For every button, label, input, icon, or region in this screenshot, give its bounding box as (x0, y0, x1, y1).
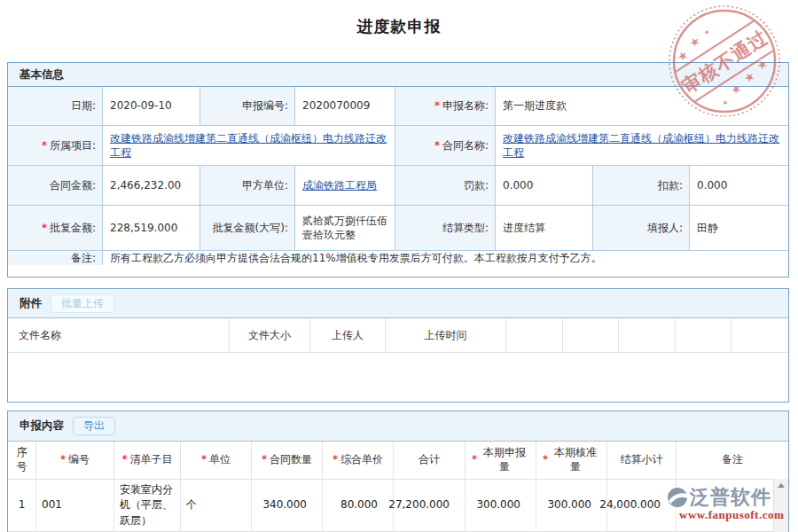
declaration-no-value: 2020070009 (295, 87, 395, 126)
attachment-col-empty (732, 318, 788, 353)
vendor-url-text: www.fanpusoft.com (667, 509, 784, 520)
basic-info-section-title: 基本信息 (20, 67, 64, 82)
penalty-label: 罚款: (395, 166, 496, 206)
declaration-name-label: *申报名称: (395, 87, 496, 126)
required-mark: * (262, 453, 267, 467)
declaration-no-label: 申报编号: (200, 87, 295, 126)
vendor-logo-icon (667, 487, 688, 508)
col-unit: *单位 (181, 442, 252, 480)
filler-label: 填报人: (593, 206, 690, 251)
party-a-label: 甲方单位: (200, 166, 295, 206)
required-mark: * (543, 453, 548, 467)
attachment-col-empty (506, 318, 563, 353)
col-settle-subtotal: 结算小计 (607, 442, 677, 480)
row-total: 27,200.000 (394, 480, 466, 532)
required-mark: * (434, 98, 440, 113)
bulk-upload-button[interactable]: 批量上传 (51, 294, 114, 313)
approved-caps-value: 贰拾贰万捌仟伍佰壹拾玖元整 (295, 206, 395, 251)
project-label: *所属项目: (8, 126, 103, 166)
party-a-value: 成渝铁路工程局 (295, 166, 395, 206)
contract-name-value: 改建铁路成渝线增建第二直通线（成渝枢纽）电力线路迁改工程 (496, 126, 788, 166)
deduction-label: 扣款: (593, 166, 690, 206)
col-total: 合计 (394, 442, 466, 480)
vendor-brand-text: 泛普软件 (690, 488, 771, 507)
row-current-declared: 300.000 (466, 480, 536, 532)
col-current-approved: *本期核准量 (536, 442, 607, 480)
page-title: 进度款申报 (0, 16, 798, 37)
remark-value: 所有工程款乙方必须向甲方提供合法合规的11%增值税专用发票后方可付款。本工程款按… (103, 251, 788, 265)
date-value: 2020-09-10 (103, 87, 200, 126)
attachment-col-file-size: 文件大小 (230, 318, 310, 353)
date-label: 日期: (8, 87, 103, 126)
penalty-value: 0.000 (496, 166, 593, 206)
basic-info-panel: 基本信息 日期: 2020-09-10 申报编号: 2020070009 *申报… (7, 62, 789, 278)
attachments-table-header: 文件名称 文件大小 上传人 上传时间 (8, 318, 788, 353)
contract-amount-label: 合同金额: (8, 166, 103, 206)
row-unit-price: 80.000 (323, 480, 394, 532)
required-mark: * (60, 453, 66, 467)
required-mark: * (201, 453, 207, 467)
declaration-name-value: 第一期进度款 (496, 87, 788, 126)
party-a-link[interactable]: 成渝铁路工程局 (302, 178, 377, 192)
col-seq: 序号 (8, 442, 36, 480)
attachment-col-empty (676, 318, 732, 353)
col-contract-qty: *合同数量 (252, 442, 323, 480)
required-mark: * (42, 138, 47, 153)
export-button[interactable]: 导出 (73, 417, 115, 435)
required-mark: * (472, 453, 477, 467)
attachments-panel: 附件 批量上传 文件名称 文件大小 上传人 上传时间 (7, 288, 789, 403)
contract-name-link[interactable]: 改建铁路成渝线增建第二直通线（成渝枢纽）电力线路迁改工程 (503, 131, 783, 160)
remark-label: 备注: (8, 251, 103, 265)
project-value: 改建铁路成渝线增建第二直通线（成渝枢纽）电力线路迁改工程 (103, 126, 395, 166)
basic-info-grid: 日期: 2020-09-10 申报编号: 2020070009 *申报名称: 第… (8, 87, 788, 265)
required-mark: * (434, 138, 440, 153)
attachment-col-empty (563, 318, 620, 353)
attachment-col-uploader: 上传人 (310, 318, 386, 353)
approved-amount-label: *批复金额: (8, 206, 103, 251)
row-current-approved: 300.000 (536, 480, 607, 532)
row-contract-qty: 340.000 (252, 480, 323, 532)
row-code: 001 (36, 480, 114, 532)
contract-name-label: *合同名称: (395, 126, 496, 166)
declaration-table-header: 序号 *编号 *清单子目 *单位 *合同数量 *综合单价 合计 *本期申报量 *… (8, 442, 788, 480)
row-seq: 1 (8, 480, 36, 532)
col-item: *清单子目 (114, 442, 181, 480)
required-mark: * (122, 453, 128, 467)
settle-type-value: 进度结算 (496, 206, 593, 251)
filler-value: 田静 (690, 206, 788, 251)
deduction-value: 0.000 (690, 166, 788, 206)
attachments-empty-body (8, 353, 788, 401)
col-remark: 备注 (677, 442, 788, 480)
attachment-col-upload-time: 上传时间 (386, 318, 506, 353)
vendor-watermark: 泛普软件 www.fanpusoft.com (667, 487, 784, 520)
row-unit: 个 (181, 480, 252, 532)
approved-caps-label: 批复金额(大写): (200, 206, 295, 251)
row-item: 安装室内分机（平层、跃层） (114, 480, 181, 532)
required-mark: * (42, 221, 47, 235)
col-code: *编号 (36, 442, 114, 480)
col-current-declared: *本期申报量 (466, 442, 536, 480)
declaration-section-title: 申报内容 (20, 419, 64, 434)
attachment-col-file-name: 文件名称 (8, 318, 230, 353)
contract-amount-value: 2,466,232.00 (103, 166, 200, 206)
col-unit-price: *综合单价 (323, 442, 394, 480)
required-mark: * (332, 453, 338, 467)
approved-amount-value: 228,519.000 (103, 206, 200, 251)
project-link[interactable]: 改建铁路成渝线增建第二直通线（成渝枢纽）电力线路迁改工程 (110, 131, 389, 160)
settle-type-label: 结算类型: (395, 206, 496, 251)
attachment-col-empty (619, 318, 676, 353)
attachments-section-title: 附件 (20, 296, 42, 311)
